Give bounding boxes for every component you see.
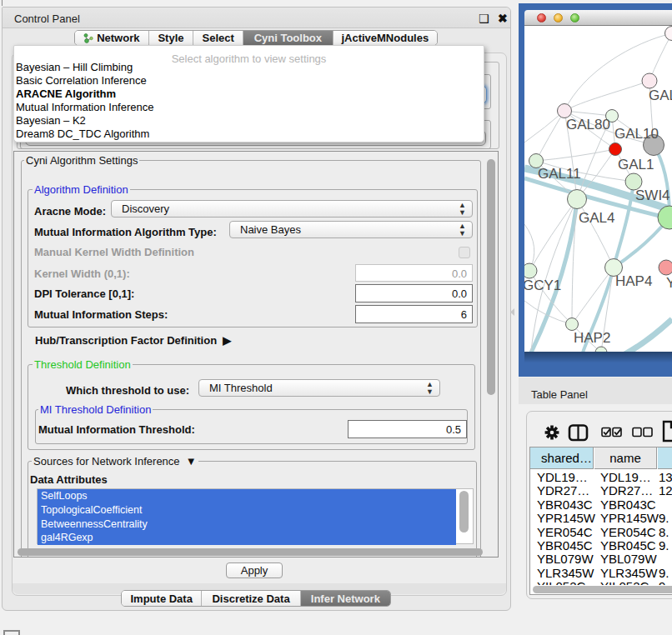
svg-text:GAL4: GAL4 xyxy=(579,210,614,226)
svg-text:GCY1: GCY1 xyxy=(524,278,561,293)
svg-text:GAL11: GAL11 xyxy=(538,166,581,182)
svg-text:GAL80: GAL80 xyxy=(566,117,610,132)
svg-text:SWI4: SWI4 xyxy=(635,188,670,203)
svg-text:GAL10: GAL10 xyxy=(614,126,659,142)
svg-text:GAL1: GAL1 xyxy=(618,157,654,172)
svg-text:HAP4: HAP4 xyxy=(615,273,652,289)
svg-text:YM: YM xyxy=(666,275,672,291)
svg-text:GAL2: GAL2 xyxy=(649,88,672,103)
svg-text:HAP2: HAP2 xyxy=(574,330,610,346)
